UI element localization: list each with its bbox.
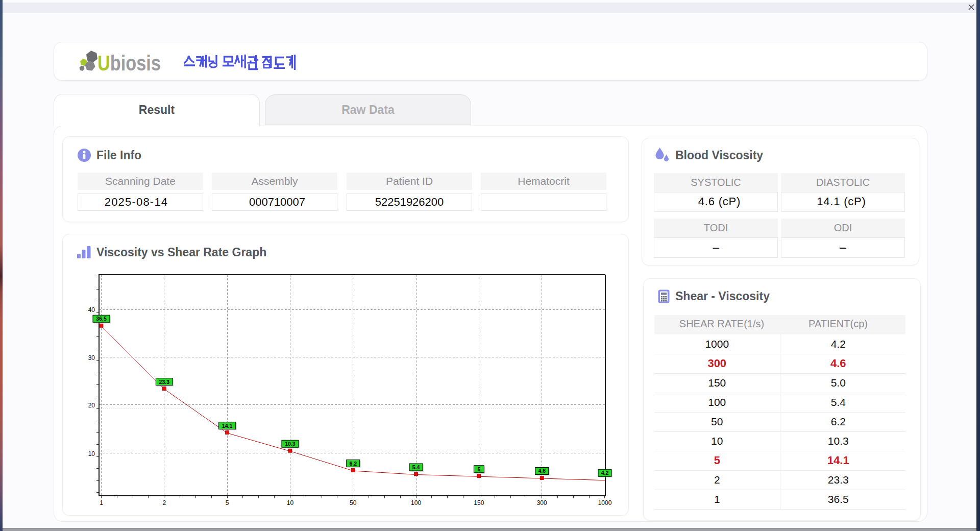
svg-text:10: 10 — [287, 499, 294, 506]
svg-text:30: 30 — [88, 354, 95, 361]
svg-text:20: 20 — [88, 402, 95, 409]
svg-text:2: 2 — [162, 499, 166, 506]
svg-text:Ubiosis: Ubiosis — [97, 51, 161, 75]
svg-text:6.2: 6.2 — [349, 461, 357, 467]
svg-text:50: 50 — [350, 499, 357, 506]
svg-text:23.3: 23.3 — [159, 379, 170, 385]
svg-text:300: 300 — [537, 499, 547, 506]
svg-text:100: 100 — [411, 499, 421, 506]
svg-text:4.2: 4.2 — [601, 470, 609, 476]
svg-text:14.1: 14.1 — [222, 423, 233, 429]
svg-text:10.3: 10.3 — [285, 441, 296, 447]
svg-text:4.6: 4.6 — [538, 468, 546, 474]
svg-text:150: 150 — [474, 499, 484, 506]
svg-text:5.4: 5.4 — [412, 464, 420, 470]
svg-text:40: 40 — [88, 306, 95, 313]
svg-text:36.5: 36.5 — [96, 316, 107, 322]
svg-text:1: 1 — [100, 499, 103, 506]
svg-text:10: 10 — [88, 450, 95, 457]
svg-text:5: 5 — [477, 466, 480, 472]
svg-text:5: 5 — [226, 499, 229, 506]
svg-text:1000: 1000 — [598, 499, 612, 506]
